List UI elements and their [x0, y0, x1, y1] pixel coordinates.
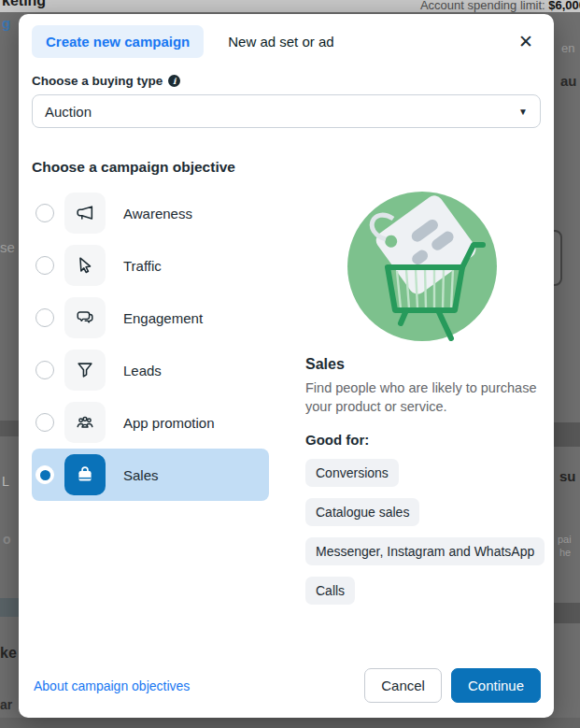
create-campaign-modal: Create new campaign New ad set or ad ✕ C…: [19, 14, 554, 718]
modal-main: Awareness Traffic: [32, 187, 541, 655]
sales-illustration: [345, 189, 500, 344]
buying-type-label-row: Choose a buying type i: [32, 74, 541, 88]
radio-sales[interactable]: [35, 465, 54, 484]
background-text-fragment: se: [0, 239, 15, 255]
tab-new-ad-set-or-ad[interactable]: New ad set or ad: [228, 34, 333, 50]
account-spending-limit-text: Account spending limit: $6,000: [420, 0, 580, 12]
people-icon: [64, 402, 106, 443]
background-text-fragment: L: [2, 474, 9, 489]
cancel-button[interactable]: Cancel: [364, 668, 442, 703]
funnel-icon: [64, 350, 106, 391]
objective-detail-panel: Sales Find people who are likely to purc…: [305, 187, 545, 655]
radio-traffic[interactable]: [35, 256, 54, 275]
buying-type-value: Auction: [45, 104, 92, 120]
background-text-fragment: en: [561, 41, 574, 55]
objective-label: App promotion: [123, 415, 215, 431]
continue-button[interactable]: Continue: [451, 668, 541, 703]
objective-row-traffic[interactable]: Traffic: [32, 239, 269, 292]
shopping-bag-icon: [64, 454, 106, 495]
good-for-label: Good for:: [305, 432, 545, 448]
tab-create-new-campaign[interactable]: Create new campaign: [32, 25, 204, 58]
radio-app-promotion[interactable]: [35, 413, 54, 432]
good-for-pill: Calls: [305, 577, 355, 605]
good-for-pill: Catalogue sales: [305, 498, 419, 526]
close-icon[interactable]: ✕: [511, 29, 541, 54]
objective-row-app-promotion[interactable]: App promotion: [32, 396, 269, 449]
ads-manager-screen: keting Account spending limit: $6,000 g …: [0, 0, 580, 728]
buying-type-label: Choose a buying type: [32, 74, 163, 88]
cursor-icon: [64, 245, 106, 286]
background-text-fragment: pai: [558, 534, 572, 545]
detail-description: Find people who are likely to purchase y…: [305, 378, 545, 416]
objective-row-leads[interactable]: Leads: [32, 344, 269, 396]
objective-label: Leads: [123, 363, 162, 378]
modal-header: Create new campaign New ad set or ad ✕: [32, 14, 541, 58]
background-band: [0, 598, 19, 617]
objective-row-engagement[interactable]: Engagement: [32, 292, 269, 344]
info-icon[interactable]: i: [168, 75, 180, 87]
chevron-down-icon: ▼: [518, 107, 528, 117]
background-band: [0, 421, 19, 436]
chat-bubbles-icon: [64, 297, 106, 338]
background-text-fragment: su: [559, 468, 576, 484]
objective-label: Sales: [123, 467, 159, 483]
background-band: [554, 422, 580, 447]
good-for-pill: Conversions: [305, 459, 399, 487]
radio-engagement[interactable]: [35, 308, 54, 327]
detail-title: Sales: [305, 356, 545, 373]
good-for-pill: Messenger, Instagram and WhatsApp: [305, 537, 545, 565]
objective-label: Traffic: [123, 258, 162, 274]
radio-leads[interactable]: [35, 361, 54, 379]
modal-footer: About campaign objectives Cancel Continu…: [32, 655, 541, 718]
background-top-strip: keting Account spending limit: $6,000: [0, 0, 580, 12]
objective-row-awareness[interactable]: Awareness: [32, 187, 269, 239]
radio-awareness[interactable]: [35, 204, 54, 222]
objective-heading: Choose a campaign objective: [32, 159, 541, 176]
objective-label: Engagement: [123, 310, 203, 326]
background-text-fragment: au: [560, 73, 577, 89]
background-bottom-strip: [0, 718, 580, 728]
background-text-fragment: o: [3, 532, 11, 547]
background-text-fragment: ke: [0, 645, 17, 662]
background-link-fragment: g: [2, 15, 10, 31]
background-band: [554, 603, 580, 623]
objective-label: Awareness: [123, 206, 192, 221]
about-campaign-objectives-link[interactable]: About campaign objectives: [34, 678, 190, 693]
objective-row-sales[interactable]: Sales: [32, 449, 269, 501]
background-text-fragment: he: [559, 547, 571, 558]
background-page-title-fragment: keting: [2, 0, 46, 9]
background-text-fragment: ar: [0, 697, 12, 712]
buying-type-select[interactable]: Auction ▼: [32, 94, 541, 128]
objective-list: Awareness Traffic: [32, 187, 269, 655]
megaphone-icon: [64, 193, 106, 234]
